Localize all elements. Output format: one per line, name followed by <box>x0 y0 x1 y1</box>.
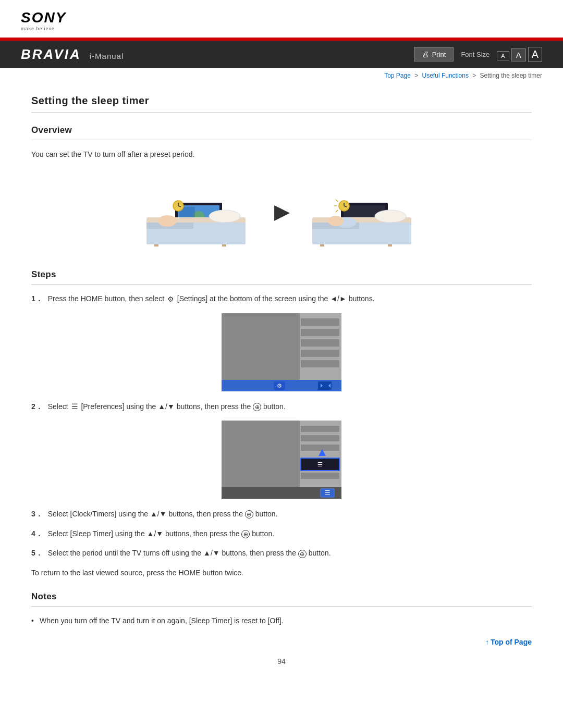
svg-rect-52 <box>301 426 339 432</box>
step-1-num: 1． <box>31 294 43 303</box>
step-4-text: Select [Sleep Timer] using the ▲/▼ butto… <box>48 529 274 538</box>
print-label: Print <box>432 51 446 58</box>
scene-arrow: ▶ <box>274 201 289 223</box>
page-number: 94 <box>31 657 532 676</box>
note-1: When you turn off the TV and turn it on … <box>31 615 532 627</box>
main-content: Setting the sleep timer Overview You can… <box>0 81 563 697</box>
step-2: 2． Select ☰ [Preferences] using the ▲/▼ … <box>31 401 532 413</box>
confirm-btn-icon: ⊕ <box>253 403 261 411</box>
tv-screen-svg-1: ⚙ <box>222 313 341 391</box>
bravia-brand: BRAVIA <box>21 46 81 63</box>
print-button[interactable]: 🖨 Print <box>414 47 454 61</box>
steps-heading: Steps <box>31 269 532 285</box>
confirm-btn-4-icon: ⊕ <box>241 530 250 538</box>
svg-point-17 <box>158 215 177 227</box>
bravia-logo: BRAVIA i-Manual <box>21 46 124 63</box>
make-believe-text: make.believe <box>21 26 55 31</box>
confirm-btn-5-icon: ⊕ <box>298 550 307 558</box>
confirm-btn-3-icon: ⊕ <box>245 510 253 519</box>
sony-text: SONY <box>21 9 66 26</box>
sony-logo: SONY make.believe <box>21 9 542 31</box>
breadcrumb-useful-functions[interactable]: Useful Functions <box>422 72 469 79</box>
step-2-text: Select ☰ [Preferences] using the ▲/▼ but… <box>48 402 286 411</box>
font-size-medium-button[interactable]: A <box>511 48 526 61</box>
step-4-num: 4． <box>31 529 43 538</box>
header-controls: 🖨 Print Font Size A A A <box>414 47 542 62</box>
notes-section: Notes When you turn off the TV and turn … <box>31 591 532 627</box>
svg-line-28 <box>336 200 338 202</box>
top-of-page-label: Top of Page <box>491 638 532 646</box>
step-1-text: Press the HOME button, then select ⚙ [Se… <box>48 294 375 303</box>
svg-rect-43 <box>301 360 339 367</box>
step-5: 5． Select the period until the TV turns … <box>31 547 532 560</box>
print-icon: 🖨 <box>422 50 429 58</box>
breadcrumb-current: Setting the sleep timer <box>480 72 542 79</box>
svg-rect-40 <box>301 329 339 336</box>
page-title: Setting the sleep timer <box>31 87 532 113</box>
svg-rect-54 <box>301 445 339 451</box>
svg-rect-37 <box>222 313 300 380</box>
svg-text:☰: ☰ <box>317 461 323 467</box>
top-of-page-link[interactable]: ↑Top of Page <box>485 638 532 646</box>
svg-rect-58 <box>301 473 339 479</box>
breadcrumb-sep-1: > <box>414 72 420 79</box>
tv-screen-svg-2: ☰ ☰ <box>222 421 341 499</box>
step-4: 4． Select [Sleep Timer] using the ▲/▼ bu… <box>31 528 532 540</box>
svg-line-30 <box>336 210 338 212</box>
header-bar: BRAVIA i-Manual 🖨 Print Font Size A A A <box>0 41 563 68</box>
svg-rect-50 <box>222 421 300 487</box>
step-5-num: 5． <box>31 549 43 557</box>
top-of-page-arrow: ↑ <box>485 638 489 646</box>
font-size-small-button[interactable]: A <box>497 51 509 60</box>
scene-tv-off <box>304 170 424 254</box>
svg-rect-42 <box>301 350 339 357</box>
svg-text:☰: ☰ <box>325 489 331 497</box>
svg-point-32 <box>375 210 406 223</box>
preferences-icon: ☰ <box>71 401 78 413</box>
breadcrumb-top-page[interactable]: Top Page <box>384 72 411 79</box>
settings-icon: ⚙ <box>167 293 174 306</box>
steps-section: Steps 1． Press the HOME button, then sel… <box>31 269 532 578</box>
scene-watching-tv <box>139 170 259 254</box>
step-2-image: ☰ ☰ <box>31 421 532 499</box>
svg-text:⚙: ⚙ <box>277 382 282 389</box>
sleep-timer-illustration: ▶ <box>31 170 532 254</box>
step-1-image: ⚙ <box>31 313 532 391</box>
step-5-text: Select the period until the TV turns off… <box>48 549 331 557</box>
step-3-text: Select [Clock/Timers] using the ▲/▼ butt… <box>48 510 278 518</box>
top-of-page-area: ↑Top of Page <box>31 637 532 647</box>
svg-point-36 <box>328 216 344 226</box>
notes-heading: Notes <box>31 591 532 607</box>
svg-rect-39 <box>301 318 339 326</box>
logo-bar: SONY make.believe <box>0 0 563 38</box>
breadcrumb: Top Page > Useful Functions > Setting th… <box>0 68 563 81</box>
tv-ui-step2: ☰ ☰ <box>222 421 341 499</box>
svg-point-14 <box>209 210 240 223</box>
step-3: 3． Select [Clock/Timers] using the ▲/▼ b… <box>31 508 532 521</box>
step-2-num: 2． <box>31 402 43 411</box>
svg-rect-41 <box>301 339 339 347</box>
tv-ui-step1: ⚙ <box>222 313 341 391</box>
return-text: To return to the last viewed source, pre… <box>31 567 532 578</box>
font-size-controls: A A A <box>497 47 542 62</box>
overview-heading: Overview <box>31 125 532 140</box>
step-1: 1． Press the HOME button, then select ⚙ … <box>31 293 532 305</box>
i-manual-label: i-Manual <box>90 52 124 60</box>
svg-rect-53 <box>301 435 339 441</box>
step-3-num: 3． <box>31 510 43 518</box>
overview-text: You can set the TV to turn off after a p… <box>31 149 532 160</box>
breadcrumb-sep-2: > <box>472 72 478 79</box>
font-size-large-button[interactable]: A <box>528 47 542 62</box>
font-size-label: Font Size <box>461 51 489 58</box>
